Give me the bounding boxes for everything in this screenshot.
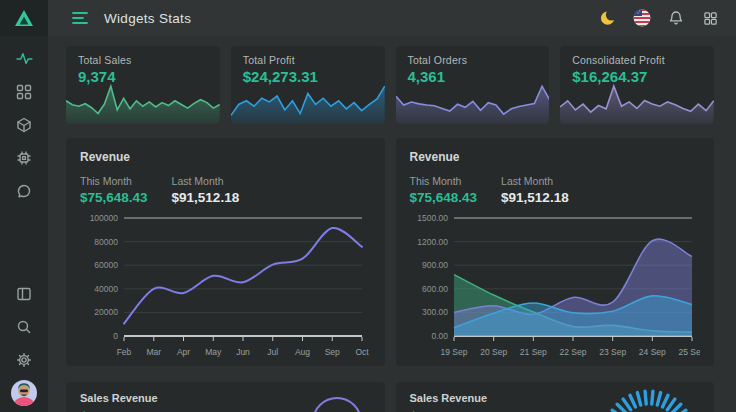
svg-text:Mar: Mar <box>146 347 161 357</box>
menu-toggle[interactable] <box>72 11 90 25</box>
last-month-label: Last Month <box>501 175 569 187</box>
sidebar-item-activity[interactable] <box>0 42 48 75</box>
revenue-cards-row: Revenue This Month $75,648.43 Last Month… <box>66 138 714 366</box>
activity-icon <box>16 50 33 67</box>
page-title: Widgets Stats <box>104 11 191 26</box>
svg-text:May: May <box>205 347 222 357</box>
revenue-stats: This Month $75,648.43 Last Month $91,512… <box>80 175 371 205</box>
svg-text:24 Sep: 24 Sep <box>638 347 665 357</box>
card-title: Revenue <box>80 150 371 164</box>
revenue-monthly-card: Revenue This Month $75,648.43 Last Month… <box>66 138 385 366</box>
app-logo[interactable] <box>0 0 48 36</box>
svg-text:23 Sep: 23 Sep <box>599 347 626 357</box>
sales-revenue-card-2: Sales Revenue $9,641.26 <box>396 382 715 412</box>
svg-text:Jul: Jul <box>267 347 278 357</box>
svg-text:0: 0 <box>113 331 118 341</box>
notifications-button[interactable] <box>666 8 686 28</box>
svg-text:1200.00: 1200.00 <box>417 237 448 247</box>
this-month-value: $75,648.43 <box>80 190 148 205</box>
user-avatar <box>11 380 37 406</box>
sales-revenue-card-1: Sales Revenue $9,641.26 <box>66 382 385 412</box>
svg-text:19 Sep: 19 Sep <box>440 347 467 357</box>
monthly-revenue-line-chart: 020000400006000080000100000FebMarAprMayJ… <box>80 210 370 360</box>
dashboard-grid-icon <box>16 84 32 100</box>
theme-toggle[interactable] <box>598 8 618 28</box>
stat-card-total-sales: Total Sales 9,374 <box>66 46 220 124</box>
stat-title: Consolidated Profit <box>572 54 702 66</box>
triangle-logo-icon <box>13 7 35 29</box>
layout-panel-icon <box>16 286 32 302</box>
this-month-value: $75,648.43 <box>410 190 478 205</box>
svg-text:60000: 60000 <box>94 260 118 270</box>
revenue-daily-card: Revenue This Month $75,648.43 Last Month… <box>396 138 715 366</box>
topbar: Widgets Stats <box>48 0 736 36</box>
svg-text:25 Sep: 25 Sep <box>678 347 699 357</box>
svg-text:Sep: Sep <box>325 347 340 357</box>
svg-text:20000: 20000 <box>94 307 118 317</box>
last-month-value: $91,512.18 <box>501 190 569 205</box>
revenue-stats: This Month $75,648.43 Last Month $91,512… <box>410 175 701 205</box>
sidebar-item-search[interactable] <box>0 310 48 343</box>
sparkline-chart <box>396 82 550 124</box>
last-month-label: Last Month <box>172 175 240 187</box>
svg-text:300.00: 300.00 <box>422 307 448 317</box>
daily-revenue-area-chart: 0.00300.00600.00900.001200.001500.0019 S… <box>410 210 700 360</box>
cpu-chip-icon <box>16 150 32 166</box>
svg-text:Feb: Feb <box>117 347 132 357</box>
hamburger-menu-icon <box>72 11 90 25</box>
last-month-value: $91,512.18 <box>172 190 240 205</box>
svg-text:20 Sep: 20 Sep <box>480 347 507 357</box>
package-box-icon <box>16 117 32 133</box>
sales-revenue-row: Sales Revenue $9,641.26 Sales Revenue $9… <box>66 382 714 412</box>
svg-text:21 Sep: 21 Sep <box>519 347 546 357</box>
svg-text:80000: 80000 <box>94 237 118 247</box>
svg-text:22 Sep: 22 Sep <box>559 347 586 357</box>
this-month-label: This Month <box>80 175 148 187</box>
sidebar-item-packages[interactable] <box>0 108 48 141</box>
this-month-label: This Month <box>410 175 478 187</box>
sidebar-item-system[interactable] <box>0 141 48 174</box>
tick-gauge-chart <box>594 386 704 412</box>
search-icon <box>16 319 32 335</box>
sidebar-item-dashboard[interactable] <box>0 75 48 108</box>
svg-text:100000: 100000 <box>90 213 119 223</box>
sidebar-item-layout[interactable] <box>0 277 48 310</box>
bell-icon <box>668 10 684 26</box>
svg-text:0.00: 0.00 <box>431 331 448 341</box>
svg-text:Oct: Oct <box>355 347 369 357</box>
sparkline-chart <box>231 82 385 124</box>
card-title: Revenue <box>410 150 701 164</box>
sidebar-item-messages[interactable] <box>0 174 48 207</box>
stat-title: Total Sales <box>78 54 208 66</box>
sparkline-chart <box>560 82 714 124</box>
language-selector[interactable] <box>632 8 652 28</box>
svg-text:Jun: Jun <box>236 347 250 357</box>
stat-title: Total Orders <box>408 54 538 66</box>
moon-icon <box>599 9 617 27</box>
us-flag-icon <box>633 9 651 27</box>
sidebar <box>0 0 48 412</box>
stat-title: Total Profit <box>243 54 373 66</box>
stat-cards-row: Total Sales 9,374 Total Profit $24,273.3… <box>66 46 714 124</box>
sidebar-nav-bottom <box>0 277 48 410</box>
svg-text:600.00: 600.00 <box>422 284 448 294</box>
svg-text:Aug: Aug <box>295 347 310 357</box>
apps-grid-icon <box>703 11 718 26</box>
main-content: Total Sales 9,374 Total Profit $24,273.3… <box>48 36 736 412</box>
sidebar-nav-top <box>0 42 48 207</box>
svg-text:40000: 40000 <box>94 284 118 294</box>
apps-menu-button[interactable] <box>700 8 720 28</box>
sidebar-user-profile[interactable] <box>0 376 48 410</box>
topbar-actions <box>598 8 720 28</box>
chat-bubble-icon <box>16 183 32 199</box>
svg-text:Apr: Apr <box>177 347 190 357</box>
stat-card-consolidated-profit: Consolidated Profit $16,264.37 <box>560 46 714 124</box>
svg-text:900.00: 900.00 <box>422 260 448 270</box>
sidebar-item-settings[interactable] <box>0 343 48 376</box>
stat-card-total-profit: Total Profit $24,273.31 <box>231 46 385 124</box>
settings-gear-icon <box>16 352 32 368</box>
stat-card-total-orders: Total Orders 4,361 <box>396 46 550 124</box>
svg-text:1500.00: 1500.00 <box>417 213 448 223</box>
sparkline-chart <box>66 82 220 124</box>
